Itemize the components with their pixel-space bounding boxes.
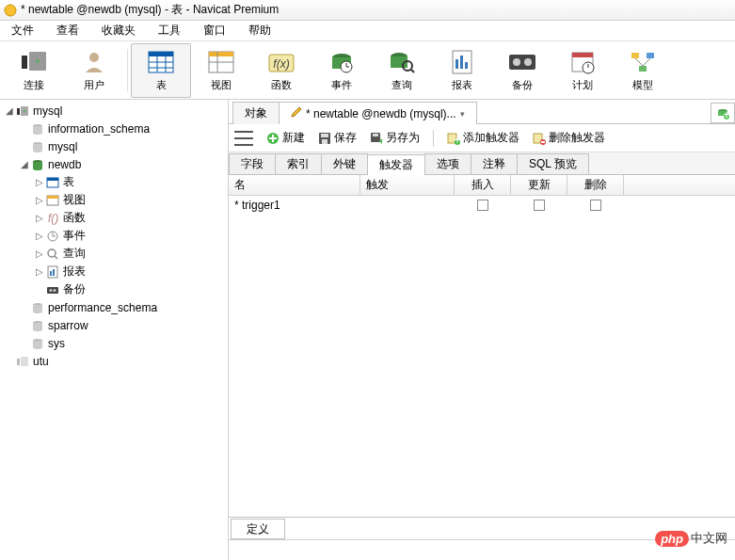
svg-point-31: [513, 58, 520, 66]
svg-point-4: [89, 53, 99, 62]
svg-rect-1: [22, 56, 27, 69]
tree-item-事件[interactable]: ▷事件: [0, 227, 228, 245]
function-icon: f(x): [268, 48, 295, 76]
chevron-down-icon[interactable]: ▾: [460, 109, 465, 119]
twist-icon[interactable]: ◢: [19, 159, 30, 169]
tree-sidebar[interactable]: ◢mysqlinformation_schemamysql◢newdb▷表▷视图…: [0, 100, 229, 560]
svg-point-3: [36, 59, 40, 63]
backup-icon: [45, 282, 60, 297]
cell-name[interactable]: * trigger1: [229, 196, 360, 215]
separator: [127, 49, 128, 92]
svg-rect-66: [53, 269, 55, 276]
svg-rect-55: [47, 178, 58, 181]
twist-icon[interactable]: ▷: [34, 195, 45, 205]
tree-item-视图[interactable]: ▷视图: [0, 191, 228, 209]
trigger-grid: 名 触发 插入 更新 删除 * trigger1 定义: [229, 175, 735, 560]
definition-tab[interactable]: 定义: [231, 519, 285, 539]
tab-bar: 对象 * newtable @newdb (mysql)... ▾ +: [229, 100, 735, 124]
tab-objects[interactable]: 对象: [232, 102, 280, 124]
twist-icon[interactable]: ▷: [34, 266, 45, 277]
hamburger-icon[interactable]: [234, 131, 253, 146]
event-button[interactable]: 事件: [312, 43, 372, 98]
cell-delete[interactable]: [567, 196, 624, 215]
user-button[interactable]: 用户: [64, 43, 124, 98]
table-icon: [45, 175, 60, 190]
function-button[interactable]: f(x) 函数: [251, 43, 312, 98]
tree-item-备份[interactable]: 备份: [0, 280, 228, 298]
tree-item-表[interactable]: ▷表: [0, 173, 228, 191]
tree-item-报表[interactable]: ▷报表: [0, 263, 228, 280]
tree-item-mysql[interactable]: mysql: [0, 137, 228, 155]
query-icon: [389, 48, 415, 76]
subtab-2[interactable]: 外键: [321, 153, 368, 174]
svg-rect-38: [647, 53, 654, 58]
add-tab-button[interactable]: +: [711, 103, 735, 123]
col-insert[interactable]: 插入: [455, 175, 511, 195]
subtab-4[interactable]: 选项: [424, 153, 471, 174]
grid-blank[interactable]: [229, 215, 735, 517]
tree-item-查询[interactable]: ▷查询: [0, 245, 228, 263]
db-icon: [30, 139, 45, 154]
add-trigger-button[interactable]: + 添加触发器: [447, 130, 519, 146]
tree-label: sparrow: [48, 319, 88, 332]
svg-text:+: +: [454, 134, 460, 145]
delete-trigger-icon: [533, 132, 546, 145]
twist-icon[interactable]: ▷: [34, 177, 45, 187]
col-update[interactable]: 更新: [511, 175, 567, 195]
col-delete[interactable]: 删除: [567, 175, 624, 195]
tree-item-newdb[interactable]: ◢newdb: [0, 155, 228, 173]
subtab-3[interactable]: 触发器: [367, 154, 425, 175]
tree-label: 表: [63, 174, 74, 190]
table-button[interactable]: 表: [131, 43, 191, 98]
grid-header: 名 触发 插入 更新 删除: [229, 175, 735, 196]
delete-trigger-button[interactable]: 删除触发器: [533, 130, 605, 146]
twist-icon[interactable]: ▷: [34, 231, 45, 241]
plus-db-icon: +: [716, 106, 729, 120]
tab-newtable[interactable]: * newtable @newdb (mysql)... ▾: [279, 102, 477, 124]
report-button[interactable]: 报表: [432, 43, 492, 98]
save-button[interactable]: 保存: [318, 130, 357, 146]
cell-update[interactable]: [511, 196, 567, 215]
tree-item-information_schema[interactable]: information_schema: [0, 120, 228, 137]
saveas-button[interactable]: 另存为: [370, 130, 420, 146]
table-row[interactable]: * trigger1: [229, 196, 735, 215]
tree-item-mysql[interactable]: ◢mysql: [0, 102, 228, 120]
tree-item-sparrow[interactable]: sparrow: [0, 316, 228, 334]
checkbox[interactable]: [534, 200, 545, 211]
query-button[interactable]: 查询: [372, 43, 432, 98]
col-fire[interactable]: 触发: [360, 175, 455, 195]
subtab-6[interactable]: SQL 预览: [517, 153, 589, 174]
menu-tools[interactable]: 工具: [147, 23, 192, 39]
checkbox[interactable]: [477, 200, 488, 211]
subtab-0[interactable]: 字段: [229, 153, 276, 174]
menu-view[interactable]: 查看: [45, 23, 90, 39]
tree-item-utu[interactable]: utu: [0, 352, 228, 370]
plus-icon: [266, 132, 280, 145]
schedule-button[interactable]: 计划: [552, 43, 613, 98]
svg-rect-42: [17, 108, 20, 115]
new-button[interactable]: 新建: [266, 130, 305, 146]
col-name[interactable]: 名: [229, 175, 360, 195]
subtab-1[interactable]: 索引: [275, 153, 322, 174]
menu-help[interactable]: 帮助: [237, 23, 282, 39]
model-button[interactable]: 模型: [613, 43, 673, 98]
view-button[interactable]: 视图: [191, 43, 251, 98]
connect-button[interactable]: 连接: [4, 43, 64, 98]
tree-item-函数[interactable]: ▷f()函数: [0, 209, 228, 227]
subtab-5[interactable]: 注释: [471, 153, 518, 174]
cell-insert[interactable]: [455, 196, 511, 215]
twist-icon[interactable]: ▷: [34, 248, 45, 259]
menu-window[interactable]: 窗口: [192, 23, 237, 39]
tree-item-sys[interactable]: sys: [0, 334, 228, 352]
menu-file[interactable]: 文件: [0, 23, 45, 39]
tree-label: 事件: [63, 228, 86, 244]
checkbox[interactable]: [590, 200, 601, 211]
twist-icon[interactable]: ▷: [34, 213, 45, 223]
cell-fire[interactable]: [360, 196, 455, 215]
tree-item-performance_schema[interactable]: performance_schema: [0, 298, 228, 316]
twist-icon[interactable]: ◢: [4, 105, 15, 116]
menu-favorites[interactable]: 收藏夹: [90, 23, 147, 39]
watermark: php 中文网: [655, 530, 727, 547]
backup-button[interactable]: 备份: [492, 43, 552, 98]
svg-rect-57: [47, 196, 58, 199]
